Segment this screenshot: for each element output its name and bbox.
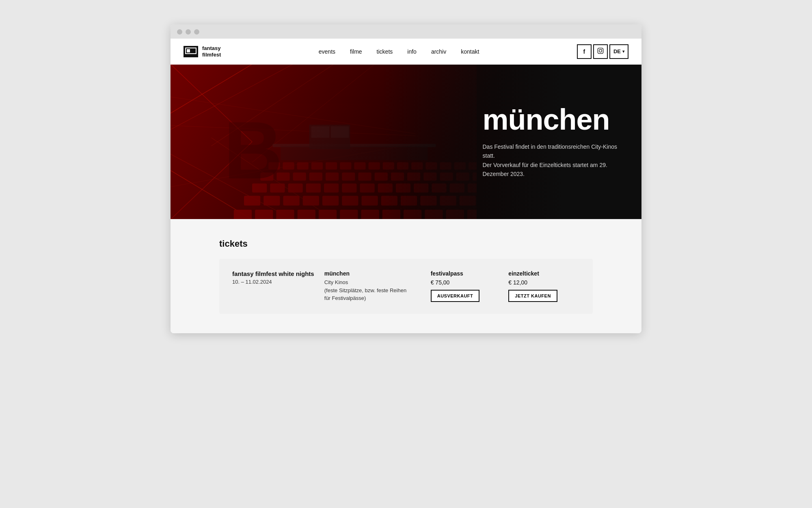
- logo-text: fantasy filmfest: [202, 45, 221, 58]
- chevron-down-icon: ▾: [622, 49, 624, 54]
- nav-item-archiv[interactable]: archiv: [431, 48, 446, 55]
- hero-section: B münchen Das Festival findet in den tra…: [171, 65, 641, 219]
- logo-icon: [184, 46, 198, 57]
- einzelticket-price: € 12,00: [508, 279, 580, 286]
- logo-area: fantasy filmfest: [184, 45, 221, 58]
- browser-chrome: [171, 24, 641, 39]
- einzelticket-label: einzelticket: [508, 270, 580, 277]
- ticket-event-date: 10. – 11.02.2024: [232, 279, 318, 285]
- ticket-festivalpass: festivalpass € 75,00 AUSVERKAUFT: [431, 270, 502, 302]
- browser-dot-red: [177, 29, 182, 35]
- browser-window: fantasy filmfest events filme tickets in…: [171, 24, 641, 333]
- hero-description: Das Festival findet in den traditionsrei…: [483, 142, 618, 179]
- festivalpass-price: € 75,00: [431, 279, 502, 286]
- ticket-card: fantasy filmfest white nights 10. – 11.0…: [219, 259, 593, 314]
- festivalpass-label: festivalpass: [431, 270, 502, 277]
- svg-rect-3: [598, 48, 603, 53]
- ticket-venue-name: münchen: [324, 270, 424, 277]
- navbar: fantasy filmfest events filme tickets in…: [171, 39, 641, 65]
- nav-links: events filme tickets info archiv kontakt: [319, 48, 479, 55]
- nav-item-kontakt[interactable]: kontakt: [461, 48, 479, 55]
- facebook-button[interactable]: f: [577, 44, 592, 59]
- instagram-button[interactable]: [593, 44, 608, 59]
- nav-right: f DE ▾: [577, 44, 628, 59]
- instagram-icon: [597, 48, 604, 55]
- svg-point-4: [599, 50, 602, 52]
- browser-dot-green: [194, 29, 199, 35]
- ticket-venue-info: münchen City Kinos (feste Sitzplätze, bz…: [324, 270, 424, 302]
- einzelticket-button[interactable]: JETZT KAUFEN: [508, 290, 557, 302]
- svg-point-5: [602, 49, 602, 50]
- hero-city-title: münchen: [483, 105, 618, 134]
- festivalpass-button[interactable]: AUSVERKAUFT: [431, 290, 480, 302]
- nav-item-filme[interactable]: filme: [350, 48, 362, 55]
- facebook-icon: f: [583, 48, 585, 55]
- language-label: DE: [613, 48, 621, 54]
- nav-item-events[interactable]: events: [319, 48, 335, 55]
- ticket-event-info: fantasy filmfest white nights 10. – 11.0…: [232, 270, 318, 285]
- ticket-event-name: fantasy filmfest white nights: [232, 270, 318, 277]
- browser-dot-yellow: [186, 29, 191, 35]
- ticket-venue-desc: City Kinos (feste Sitzplätze, bzw. feste…: [324, 278, 424, 302]
- hero-content: münchen Das Festival findet in den tradi…: [483, 105, 618, 179]
- nav-item-tickets[interactable]: tickets: [377, 48, 393, 55]
- main-content: tickets fantasy filmfest white nights 10…: [171, 219, 641, 333]
- ticket-einzelticket: einzelticket € 12,00 JETZT KAUFEN: [508, 270, 580, 302]
- tickets-section-title: tickets: [219, 239, 593, 249]
- language-button[interactable]: DE ▾: [609, 44, 628, 59]
- svg-rect-2: [187, 49, 190, 52]
- nav-item-info[interactable]: info: [407, 48, 417, 55]
